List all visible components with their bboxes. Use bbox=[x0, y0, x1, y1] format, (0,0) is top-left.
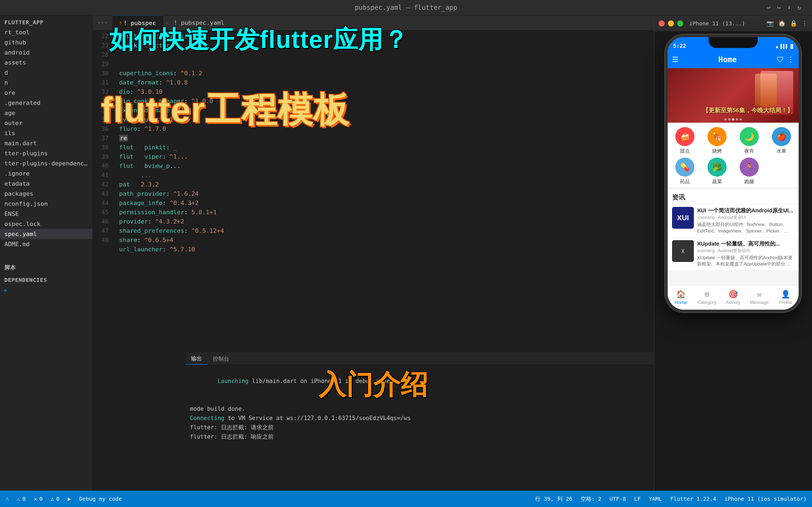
profile-nav-icon: 👤 bbox=[781, 290, 791, 299]
sidebar-item-ense[interactable]: ENSE bbox=[0, 209, 93, 219]
info-count: 0 bbox=[56, 496, 59, 502]
phone-menu-hamburger-icon[interactable]: ☰ bbox=[672, 55, 678, 63]
category-bbq[interactable]: 🍖 烧烤 bbox=[703, 127, 731, 154]
nav-item-activity[interactable]: 🎯 Activity bbox=[720, 288, 746, 307]
sidebar-item-adme[interactable]: ADME.md bbox=[0, 239, 93, 249]
undo-icon[interactable]: ↩ bbox=[767, 4, 770, 11]
sidebar-item-ore[interactable]: ore bbox=[0, 88, 93, 98]
signal-icon: ▌▌▌ bbox=[780, 44, 788, 49]
nav-item-profile[interactable]: 👤 Profile bbox=[772, 288, 799, 307]
sidebar-item-etadata[interactable]: etadata bbox=[0, 178, 93, 189]
phone-home-icon[interactable]: 🏠 bbox=[778, 20, 785, 27]
battery-icon: ▓ bbox=[791, 44, 793, 49]
status-device: iPhone 11 (ios simulator) bbox=[724, 496, 807, 502]
news-thumb-xupdate: X bbox=[672, 240, 694, 262]
category-night[interactable]: 🌙 夜宵 bbox=[735, 127, 764, 154]
expand-dependencies-icon[interactable]: ▶ bbox=[4, 287, 7, 293]
tab-path: ! pubspec.yaml bbox=[170, 19, 227, 26]
activity-nav-label: Activity bbox=[726, 300, 741, 305]
nav-item-message[interactable]: ✉ Message bbox=[746, 288, 772, 307]
news-xupdate-title: XUpdate 一轻量级、高可用性的... bbox=[697, 240, 794, 247]
sidebar-item-ospec-lock[interactable]: ospec.lock bbox=[0, 219, 93, 229]
iphone-frame: 5:22 ▲ ▌▌▌ ▓ ☰ Home 🛡 ⋮ bbox=[668, 37, 799, 309]
sidebar-item-github[interactable]: github bbox=[0, 37, 93, 47]
error-icon: ✕ bbox=[34, 496, 37, 502]
phone-lock-icon[interactable]: 🔒 bbox=[790, 20, 797, 27]
tab-pubspec-yaml[interactable]: ! ! pubspec bbox=[112, 15, 163, 30]
category-nav-label: Category bbox=[698, 300, 716, 305]
status-right: 行 39, 列 26 空格: 2 UTF-8 LF YAML Flutter 1… bbox=[535, 495, 807, 503]
tab-label: ! pubspec bbox=[123, 20, 156, 26]
phone-bottom-nav: 🏠 Home ⊞ Category 🎯 Activity ✉ Message 👤 bbox=[668, 285, 799, 309]
status-warnings[interactable]: ⚠ 0 bbox=[17, 496, 26, 502]
sidebar-item-spec-yaml[interactable]: spec.yaml bbox=[0, 229, 93, 239]
sidebar-item-age[interactable]: age bbox=[0, 108, 93, 118]
category-medicine[interactable]: 💊 药品 bbox=[670, 158, 699, 185]
sidebar-item-nconfig[interactable]: nconfig.json bbox=[0, 199, 93, 209]
sidebar-item-main-dart[interactable]: main.dart bbox=[0, 138, 93, 148]
phone-close-button[interactable] bbox=[659, 20, 665, 26]
warning-icon: ⚠ bbox=[17, 496, 20, 502]
category-sweet[interactable]: 🍰 甜点 bbox=[670, 127, 699, 154]
message-nav-label: Message bbox=[750, 300, 769, 305]
download-icon[interactable]: ⬇ bbox=[788, 4, 791, 11]
sidebar-item-ignore[interactable]: .ignore bbox=[0, 168, 93, 178]
phone-time: 5:22 bbox=[673, 43, 686, 49]
status-run[interactable]: ▶ bbox=[68, 496, 71, 502]
activity-nav-icon: 🎯 bbox=[728, 290, 738, 299]
title-bar: pubspec.yaml — flutter_app ↩ ↪ ⬇ ↻ bbox=[0, 0, 812, 15]
sidebar-item-generated[interactable]: .generated bbox=[0, 98, 93, 108]
sidebar-item-outer[interactable]: outer bbox=[0, 118, 93, 128]
status-eol: LF bbox=[634, 496, 641, 502]
nav-item-category[interactable]: ⊞ Category bbox=[694, 288, 720, 307]
run-icon: ▶ bbox=[68, 496, 71, 502]
sidebar-item-tter-plugins[interactable]: tter-plugins bbox=[0, 148, 93, 158]
nav-item-home[interactable]: 🏠 Home bbox=[668, 288, 694, 307]
git-branch-icon: ⑃ bbox=[5, 496, 9, 502]
news-item-xupdate[interactable]: X XUpdate 一轻量级、高可用性的... xuexiang · Andro… bbox=[668, 237, 799, 270]
phone-maximize-button[interactable] bbox=[677, 20, 683, 26]
category-delivery-label: 跑腿 bbox=[744, 178, 754, 185]
sidebar-item-ils[interactable]: ils bbox=[0, 128, 93, 138]
news-xupdate-desc: XUpdate 一轻量级、高可用性的Android版本更新框架。本框架覆盖了Ap… bbox=[697, 255, 794, 268]
home-nav-label: Home bbox=[674, 300, 687, 305]
news-content-xupdate: XUpdate 一轻量级、高可用性的... xuexiang · Android… bbox=[697, 240, 794, 268]
sidebar-item-packages[interactable]: packages bbox=[0, 189, 93, 199]
warning-count: 0 bbox=[22, 496, 26, 502]
phone-banner: 【更新至第56集，今晚大结局！】 bbox=[668, 68, 799, 123]
refresh-icon[interactable]: ↻ bbox=[798, 4, 801, 11]
category-vegetable[interactable]: 🥦 蔬菜 bbox=[703, 158, 731, 185]
phone-toolbar: iPhone 11 (13...) 📷 🏠 🔒 ⋮ bbox=[654, 15, 812, 32]
window-title: pubspec.yaml — flutter_app bbox=[355, 4, 457, 11]
phone-menu-icon[interactable]: ⋮ bbox=[802, 20, 808, 27]
sidebar-item-tter-plugins-dep[interactable]: tter-plugins-dependencies bbox=[0, 158, 93, 168]
sidebar-section-dependencies: DEPENDENCIES bbox=[0, 273, 93, 285]
category-fruit[interactable]: 🍎 水果 bbox=[767, 127, 796, 154]
news-section-title: 资讯 bbox=[668, 190, 799, 204]
status-errors[interactable]: ✕ 0 bbox=[34, 496, 43, 502]
sidebar-item-d[interactable]: d bbox=[0, 68, 93, 78]
phone-shield-icon[interactable]: 🛡 bbox=[777, 55, 784, 63]
news-content-xui: XUI 一个简洁而优雅的Android原生UI... xuexiang · An… bbox=[697, 207, 794, 234]
sidebar-item-n[interactable]: n bbox=[0, 78, 93, 88]
sidebar-item-android[interactable]: android bbox=[0, 47, 93, 58]
status-info[interactable]: △ 0 bbox=[51, 496, 59, 502]
redo-icon[interactable]: ↪ bbox=[777, 4, 780, 11]
sidebar-item-assets[interactable]: assets bbox=[0, 58, 93, 68]
info-icon: △ bbox=[51, 496, 54, 502]
phone-device-name: iPhone 11 (13...) bbox=[689, 20, 745, 27]
sidebar-item-rt-tool[interactable]: rt_tool bbox=[0, 27, 93, 37]
category-delivery[interactable]: 🏃 跑腿 bbox=[735, 158, 764, 185]
status-debug-btn[interactable]: Debug my code bbox=[79, 496, 122, 502]
terminal-tab-output[interactable]: 输出 bbox=[186, 353, 207, 365]
tab-overflow-button[interactable]: ··· bbox=[93, 19, 112, 26]
phone-more-icon[interactable]: ⋮ bbox=[787, 55, 794, 63]
status-git-icon: ⑃ bbox=[5, 496, 9, 502]
terminal-tab-console[interactable]: 控制台 bbox=[207, 353, 235, 365]
news-item-xui[interactable]: XUI XUI 一个简洁而优雅的Android原生UI... xuexiang … bbox=[668, 204, 799, 237]
category-sweet-icon: 🍰 bbox=[675, 127, 695, 146]
news-xui-source: xuexiang · Android复杂UI bbox=[697, 215, 794, 221]
phone-minimize-button[interactable] bbox=[668, 20, 674, 26]
banner-dot-5 bbox=[740, 118, 742, 120]
phone-camera-icon[interactable]: 📷 bbox=[766, 20, 774, 27]
